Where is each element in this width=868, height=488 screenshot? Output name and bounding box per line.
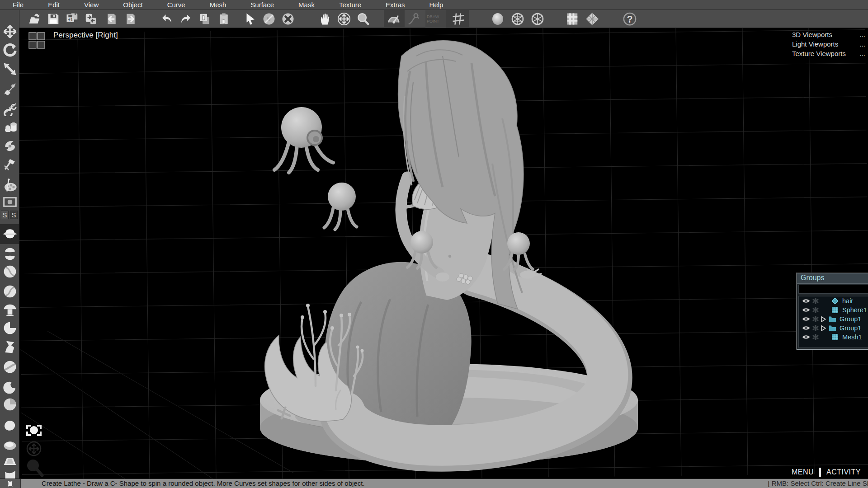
zoom-view-button[interactable] — [355, 11, 371, 27]
sphere-stack-shape-icon[interactable] — [2, 246, 18, 262]
disc-shape-icon[interactable] — [2, 437, 18, 453]
tools-hammer-icon[interactable] — [2, 156, 18, 173]
lathe-shape-icon[interactable] — [0, 224, 19, 244]
rotate-on-path-tool-icon[interactable] — [2, 101, 18, 117]
open-button[interactable] — [26, 11, 42, 27]
group-row-group1a[interactable]: Group1 — [799, 314, 868, 324]
moon-blob-2-shape-icon[interactable] — [2, 396, 18, 413]
menu-surface[interactable]: Surface — [246, 1, 278, 9]
move-view-button[interactable] — [336, 11, 352, 27]
group-row-mesh1[interactable]: Mesh1 — [799, 333, 868, 342]
group-row-sphere1[interactable]: Sphere1 — [799, 305, 868, 314]
viewport-menu-texture[interactable]: Texture Viewports ... — [788, 49, 867, 58]
save-increment-button[interactable]: +1 — [64, 11, 80, 27]
swirl-sphere-shape-icon[interactable] — [2, 263, 18, 280]
move-tool-icon[interactable] — [2, 23, 18, 40]
active-tool-lathe-icon — [0, 479, 21, 488]
freeze-asterisk-icon[interactable] — [811, 316, 820, 322]
visibility-eye-icon[interactable] — [801, 298, 811, 304]
help-button[interactable]: ? — [622, 11, 638, 27]
angle-protractor-button[interactable] — [386, 11, 402, 27]
pan-hand-button[interactable] — [317, 11, 333, 27]
quad-view-toggle-icon[interactable] — [28, 32, 46, 50]
visibility-eye-icon[interactable] — [801, 316, 811, 322]
octopus-large — [274, 107, 333, 173]
sphere-cut-shape-icon[interactable] — [2, 320, 18, 336]
select-cursor-button[interactable] — [242, 11, 258, 27]
swirl-blob-shape-icon[interactable] — [2, 359, 18, 375]
shade-wireframe-2-button[interactable] — [529, 11, 546, 27]
expand-caret-icon[interactable] — [820, 316, 827, 322]
hide-restrict-button[interactable] — [261, 11, 277, 27]
sculpt-tool-icon[interactable] — [2, 137, 18, 154]
visibility-eye-icon[interactable] — [801, 334, 811, 340]
blob-shape-icon[interactable] — [2, 417, 18, 433]
menu-view[interactable]: View — [80, 1, 103, 9]
viewport-menu-3d[interactable]: 3D Viewports ... — [788, 30, 867, 39]
freeze-asterisk-icon[interactable] — [811, 334, 820, 340]
trapezoid-shape-icon[interactable] — [2, 453, 18, 469]
zoom-view-dim-icon[interactable] — [27, 460, 42, 475]
3d-viewport[interactable]: Perspective [Right] 3D Viewports ... Lig… — [19, 28, 868, 479]
activity-panel-toggle[interactable]: ACTIVITY — [823, 467, 864, 477]
visibility-eye-icon[interactable] — [801, 325, 811, 331]
point-on-curve-button[interactable] — [406, 11, 422, 27]
save-button[interactable] — [45, 11, 61, 27]
groups-panel-header[interactable]: Groups — [797, 273, 868, 284]
mirror-diamond-button[interactable] — [584, 11, 600, 27]
shape-tab-s2[interactable]: S — [10, 211, 18, 219]
paste-button[interactable] — [216, 11, 232, 27]
menu-mesh[interactable]: Mesh — [205, 1, 231, 9]
menu-texture[interactable]: Texture — [335, 1, 366, 9]
sheet-shape-icon[interactable] — [2, 469, 18, 479]
back-button[interactable] — [104, 11, 120, 27]
select-marquee-icon[interactable] — [2, 194, 18, 210]
freeze-asterisk-icon[interactable] — [811, 298, 820, 304]
rotate-tool-icon[interactable] — [2, 42, 18, 58]
moon-blob-shape-icon[interactable] — [2, 380, 18, 396]
draw-point-button[interactable]: DRAW POINT — [425, 10, 446, 28]
mushroom-shape-icon[interactable] — [2, 302, 18, 319]
menu-help[interactable]: Help — [425, 1, 448, 9]
shade-wireframe-button[interactable] — [509, 11, 526, 27]
diamond-icon — [830, 297, 840, 305]
freeze-asterisk-icon[interactable] — [811, 307, 820, 313]
menu-panel-toggle[interactable]: MENU — [788, 467, 817, 477]
shape-tabs: S S — [1, 211, 19, 220]
delete-button[interactable] — [280, 11, 296, 27]
menu-file[interactable]: File — [8, 1, 28, 9]
menu-mask[interactable]: Mask — [294, 1, 319, 9]
focus-center-icon[interactable] — [26, 425, 42, 436]
import-export-button[interactable] — [83, 11, 99, 27]
expand-caret-icon[interactable] — [820, 325, 827, 331]
menu-edit[interactable]: Edit — [43, 1, 64, 9]
menu-object[interactable]: Object — [118, 1, 147, 9]
menu-extras[interactable]: Extras — [381, 1, 410, 9]
shade-smooth-button[interactable] — [490, 11, 506, 27]
viewport-menu-light[interactable]: Light Viewports ... — [788, 39, 867, 49]
copy-button[interactable] — [197, 11, 213, 27]
undo-button[interactable] — [159, 11, 175, 27]
ribbon-shape-icon[interactable] — [2, 339, 18, 355]
uv-grid-button[interactable] — [564, 11, 580, 27]
menu-curve[interactable]: Curve — [163, 1, 190, 9]
freeze-asterisk-icon[interactable] — [811, 325, 820, 331]
paint-palette-icon[interactable] — [2, 177, 18, 193]
grid-snap-button[interactable] — [450, 11, 467, 27]
visibility-eye-icon[interactable] — [801, 307, 811, 313]
left-toolbar: S S — [0, 10, 19, 479]
forward-button[interactable] — [123, 11, 139, 27]
groups-search-input[interactable] — [798, 285, 868, 294]
group-row-group1b[interactable]: Group1 — [799, 324, 868, 333]
panel-divider[interactable] — [819, 468, 821, 477]
swirl-sphere-2-shape-icon[interactable] — [2, 283, 18, 300]
shape-tab-s1[interactable]: S — [1, 211, 9, 219]
orbit-view-icon[interactable] — [27, 442, 41, 455]
status-shortcut-hints: [ RMB: Select Ctrl: Create Line Sh — [768, 479, 868, 487]
move-on-path-tool-icon[interactable] — [2, 81, 18, 97]
primitives-tool-icon[interactable] — [2, 118, 18, 135]
redo-button[interactable] — [178, 11, 194, 27]
group-row-hair[interactable]: hair — [799, 296, 868, 305]
scale-tool-icon[interactable] — [2, 61, 18, 77]
status-hint-text: Create Lathe - Draw a C- Shape to spin a… — [42, 479, 365, 487]
